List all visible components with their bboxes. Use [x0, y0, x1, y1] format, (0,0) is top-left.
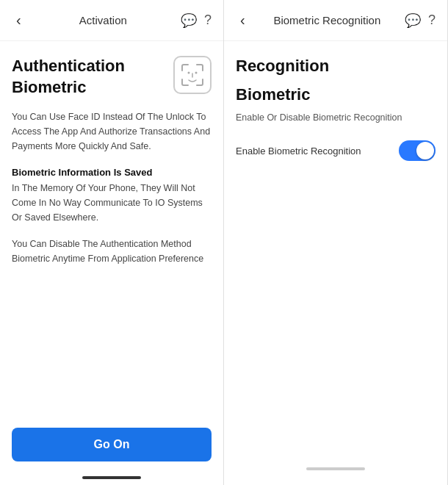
left-nav-bar: ‹ Activation 💬 ? [0, 0, 223, 41]
right-title-line1: Recognition [236, 56, 436, 77]
right-nav-title: Biometric Recognition [256, 14, 399, 26]
right-title-line2: Biometric [236, 85, 436, 106]
left-help-icon[interactable]: ? [204, 12, 212, 28]
left-nav-title: Activation [32, 14, 175, 26]
home-indicator [82, 476, 141, 479]
face-id-svg [179, 62, 206, 88]
right-nav-icons: 💬 ? [405, 12, 436, 29]
right-bottom-bar [224, 453, 447, 485]
left-back-button[interactable]: ‹ [12, 10, 26, 30]
paragraph-2: Biometric Information Is Saved In The Me… [12, 165, 212, 225]
paragraph-1: You Can Use Face ID Instead Of The Unloc… [12, 109, 212, 154]
face-id-icon [173, 56, 212, 94]
paragraph-3: You Can Disable The Authentication Metho… [12, 237, 212, 266]
biometric-toggle-row: Enable Biometric Recognition [236, 140, 436, 161]
left-chat-icon[interactable]: 💬 [181, 12, 197, 29]
right-panel-content: Recognition Biometric Enable Or Disable … [224, 41, 447, 453]
paragraph-2-body: In The Memory Of Your Phone, They Will N… [12, 183, 203, 223]
left-bottom-bar: Go On [0, 420, 223, 476]
right-help-icon[interactable]: ? [428, 12, 436, 28]
svg-point-1 [195, 72, 198, 74]
toggle-thumb [416, 142, 434, 159]
left-title-line1: Authentication [12, 56, 125, 77]
left-header: Authentication Biometric [12, 56, 212, 98]
right-subtitle: Enable Or Disable Biometric Recognition [236, 112, 436, 123]
biometric-toggle[interactable] [399, 140, 436, 161]
left-title-line2: Biometric [12, 77, 125, 98]
left-title: Authentication Biometric [12, 56, 125, 98]
go-on-button[interactable]: Go On [12, 428, 212, 461]
paragraph-2-heading: Biometric Information Is Saved [12, 167, 152, 178]
right-chat-icon[interactable]: 💬 [405, 12, 421, 29]
right-panel: ‹ Biometric Recognition 💬 ? Recognition … [224, 0, 448, 485]
svg-point-0 [188, 72, 190, 74]
right-home-indicator [306, 467, 365, 470]
toggle-label: Enable Biometric Recognition [236, 146, 361, 157]
left-nav-icons: 💬 ? [181, 12, 212, 29]
left-panel: ‹ Activation 💬 ? Authentication Biometri… [0, 0, 224, 485]
right-back-button[interactable]: ‹ [236, 10, 250, 30]
right-nav-bar: ‹ Biometric Recognition 💬 ? [224, 0, 447, 41]
left-panel-content: Authentication Biometric [0, 41, 223, 420]
